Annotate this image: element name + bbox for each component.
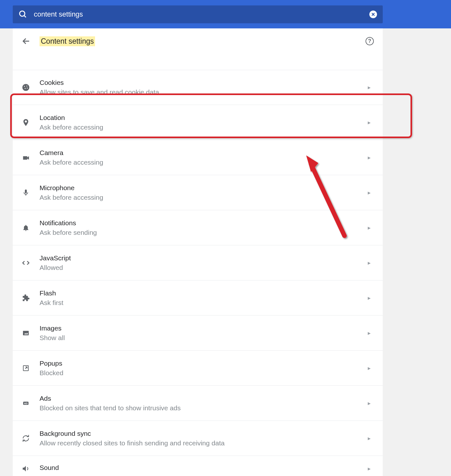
chevron-right-icon: ▸ <box>368 189 371 196</box>
microphone-icon <box>22 189 30 197</box>
chevron-right-icon: ▸ <box>368 365 371 372</box>
chevron-right-icon: ▸ <box>368 119 371 126</box>
image-icon <box>22 329 30 337</box>
clear-search-icon[interactable] <box>369 11 377 18</box>
setting-title: Sound <box>40 464 368 472</box>
svg-point-6 <box>24 86 25 87</box>
chevron-right-icon: ▸ <box>368 465 371 472</box>
setting-subtitle: Allowed <box>40 264 368 271</box>
setting-title: JavaScript <box>40 254 368 262</box>
setting-subtitle: Show all <box>40 334 368 342</box>
setting-text: Flash Ask first <box>40 289 368 307</box>
setting-title: Flash <box>40 289 368 297</box>
setting-title: Location <box>40 114 368 122</box>
page-title: Content settings <box>40 36 95 46</box>
setting-text: Sound <box>40 464 368 473</box>
chevron-right-icon: ▸ <box>368 330 371 337</box>
extension-icon <box>22 294 30 302</box>
setting-text: Camera Ask before accessing <box>40 149 368 166</box>
location-icon <box>22 118 30 127</box>
setting-text: Cookies Allow sites to save and read coo… <box>40 79 368 96</box>
chevron-right-icon: ▸ <box>368 259 371 266</box>
setting-images[interactable]: Images Show all ▸ <box>13 316 383 351</box>
setting-title: Cookies <box>40 79 368 86</box>
chevron-right-icon: ▸ <box>368 435 371 442</box>
ad-icon: AD <box>22 399 30 407</box>
svg-point-8 <box>25 88 26 89</box>
setting-title: Camera <box>40 149 368 157</box>
setting-subtitle: Ask before accessing <box>40 194 368 201</box>
setting-background-sync[interactable]: Background sync Allow recently closed si… <box>13 421 383 456</box>
cookie-icon <box>22 83 30 92</box>
setting-text: Images Show all <box>40 324 368 342</box>
setting-location[interactable]: Location Ask before accessing ▸ <box>13 105 383 140</box>
svg-point-7 <box>26 86 27 86</box>
setting-camera[interactable]: Camera Ask before accessing ▸ <box>13 140 383 175</box>
setting-title: Notifications <box>40 219 368 227</box>
code-icon <box>22 259 30 267</box>
search-container[interactable]: content settings <box>13 5 383 23</box>
setting-text: Background sync Allow recently closed si… <box>40 430 368 447</box>
setting-text: Notifications Ask before sending <box>40 219 368 236</box>
svg-text:AD: AD <box>24 402 28 405</box>
setting-subtitle: Allow recently closed sites to finish se… <box>40 439 368 447</box>
chevron-right-icon: ▸ <box>368 294 371 301</box>
setting-title: Ads <box>40 395 368 402</box>
sound-icon <box>22 465 30 473</box>
setting-subtitle: Blocked on sites that tend to show intru… <box>40 404 368 412</box>
chevron-right-icon: ▸ <box>368 154 371 161</box>
setting-microphone[interactable]: Microphone Ask before accessing ▸ <box>13 175 383 210</box>
setting-javascript[interactable]: JavaScript Allowed ▸ <box>13 245 383 280</box>
search-icon <box>18 10 27 19</box>
setting-subtitle: Ask before accessing <box>40 159 368 166</box>
chevron-right-icon: ▸ <box>368 84 371 91</box>
setting-text: Location Ask before accessing <box>40 114 368 131</box>
setting-title: Images <box>40 324 368 332</box>
popup-icon <box>22 364 30 372</box>
svg-line-1 <box>24 15 26 17</box>
search-input[interactable]: content settings <box>34 10 369 19</box>
back-arrow-icon[interactable] <box>22 37 31 46</box>
setting-text: Ads Blocked on sites that tend to show i… <box>40 395 368 412</box>
setting-cookies[interactable]: Cookies Allow sites to save and read coo… <box>13 70 383 105</box>
setting-title: Popups <box>40 360 368 367</box>
camera-icon <box>22 153 30 162</box>
content-panel: Content settings ? Cookies Allow sites t… <box>13 28 383 476</box>
chevron-right-icon: ▸ <box>368 224 371 231</box>
setting-ads[interactable]: AD Ads Blocked on sites that tend to sho… <box>13 386 383 421</box>
setting-sound[interactable]: Sound ▸ <box>13 456 383 476</box>
setting-text: JavaScript Allowed <box>40 254 368 271</box>
settings-list: Cookies Allow sites to save and read coo… <box>13 70 383 476</box>
setting-notifications[interactable]: Notifications Ask before sending ▸ <box>13 210 383 245</box>
search-bar: content settings <box>0 0 451 28</box>
svg-point-0 <box>20 11 25 16</box>
page-header: Content settings ? <box>13 28 383 54</box>
setting-title: Background sync <box>40 430 368 437</box>
setting-subtitle: Blocked <box>40 369 368 377</box>
bell-icon <box>22 224 30 232</box>
setting-popups[interactable]: Popups Blocked ▸ <box>13 351 383 386</box>
sync-icon <box>22 434 30 443</box>
svg-point-9 <box>27 88 28 89</box>
svg-rect-10 <box>23 331 29 335</box>
setting-flash[interactable]: Flash Ask first ▸ <box>13 280 383 316</box>
setting-subtitle: Ask first <box>40 299 368 307</box>
setting-subtitle: Ask before sending <box>40 229 368 236</box>
setting-subtitle: Ask before accessing <box>40 123 368 131</box>
chevron-right-icon: ▸ <box>368 400 371 407</box>
setting-subtitle: Allow sites to save and read cookie data <box>40 88 368 96</box>
help-icon[interactable]: ? <box>366 37 374 45</box>
setting-text: Popups Blocked <box>40 360 368 377</box>
svg-point-5 <box>22 84 29 91</box>
setting-text: Microphone Ask before accessing <box>40 184 368 201</box>
setting-title: Microphone <box>40 184 368 192</box>
